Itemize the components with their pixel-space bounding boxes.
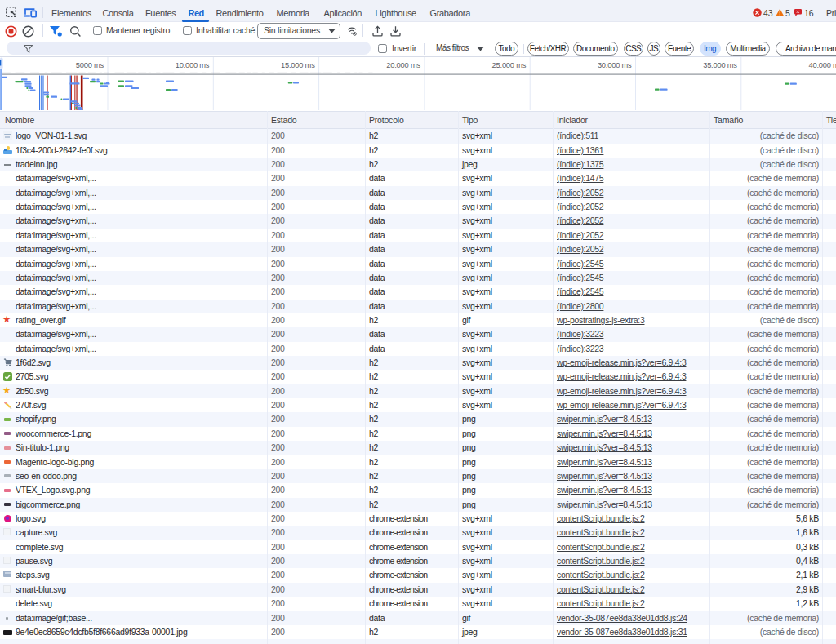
svg-text:30.000 ms: 30.000 ms [598, 61, 632, 69]
svg-text:15.000 ms: 15.000 ms [281, 61, 315, 69]
svg-text:35.000 ms: 35.000 ms [703, 61, 737, 69]
svg-text:25.000 ms: 25.000 ms [492, 61, 527, 69]
svg-text:40.000 ms: 40.000 ms [808, 61, 836, 69]
svg-text:10.000 ms: 10.000 ms [176, 61, 210, 69]
svg-text:5000 ms: 5000 ms [76, 61, 104, 69]
svg-text:20.000 ms: 20.000 ms [386, 61, 420, 69]
